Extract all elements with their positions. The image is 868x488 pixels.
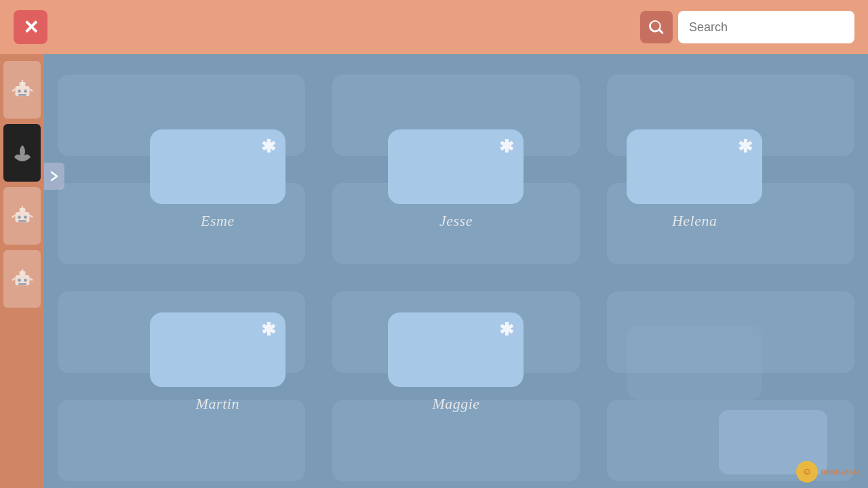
character-card-esme[interactable]: ✱ Esme	[150, 129, 285, 230]
sidebar-arrow[interactable]	[44, 163, 64, 190]
watermark-text: BDMGAME	[821, 468, 861, 476]
svg-rect-22	[18, 283, 26, 285]
svg-line-16	[12, 215, 16, 217]
card-box-empty	[627, 325, 762, 400]
main-content: ✱ Esme ✱ Jesse ✱ Helena ✱ Martin ✱	[44, 54, 868, 488]
figure-icon	[10, 141, 35, 165]
card-box-esme: ✱	[150, 129, 285, 204]
svg-point-15	[21, 206, 23, 208]
card-box-martin: ✱	[150, 312, 285, 387]
card-badge-martin: ✱	[261, 319, 276, 340]
robot-icon-1	[10, 78, 35, 102]
svg-point-2	[18, 89, 21, 93]
svg-point-24	[21, 269, 23, 271]
svg-line-8	[29, 89, 33, 91]
svg-point-11	[18, 216, 21, 219]
svg-line-7	[12, 89, 16, 91]
character-card-maggie[interactable]: ✱ Maggie	[388, 312, 524, 413]
sidebar-item-2[interactable]	[3, 124, 41, 182]
robot-icon-3	[10, 204, 35, 228]
svg-point-21	[24, 279, 27, 282]
sidebar-item-3[interactable]	[3, 187, 41, 245]
character-card-helena[interactable]: ✱ Helena	[627, 129, 762, 230]
character-name-helena: Helena	[672, 212, 717, 230]
sidebar-item-1[interactable]	[3, 61, 41, 119]
character-card-empty	[627, 325, 762, 400]
card-badge-esme: ✱	[261, 136, 276, 157]
svg-point-3	[24, 89, 27, 93]
character-name-jesse: Jesse	[439, 212, 473, 230]
header-bar: ✕	[0, 0, 868, 54]
close-button[interactable]: ✕	[14, 10, 47, 44]
character-card-jesse[interactable]: ✱ Jesse	[388, 129, 524, 230]
svg-line-25	[12, 278, 16, 280]
card-box-helena: ✱	[627, 129, 762, 204]
card-box-jesse: ✱	[388, 129, 524, 204]
character-name-maggie: Maggie	[432, 395, 479, 413]
card-badge-helena: ✱	[738, 136, 753, 157]
sidebar-item-4[interactable]	[3, 250, 41, 308]
search-container	[640, 11, 854, 43]
watermark-icon: ☺	[796, 461, 818, 483]
character-card-martin[interactable]: ✱ Martin	[150, 312, 285, 413]
svg-line-17	[29, 215, 33, 217]
card-box-maggie: ✱	[388, 312, 524, 387]
svg-rect-4	[18, 94, 26, 96]
svg-line-26	[29, 278, 33, 280]
svg-rect-13	[18, 220, 26, 222]
search-icon	[647, 18, 666, 37]
card-badge-jesse: ✱	[499, 136, 514, 157]
svg-point-12	[24, 216, 27, 219]
svg-point-6	[21, 80, 23, 82]
chevron-right-icon	[49, 169, 60, 183]
sidebar	[0, 54, 44, 488]
robot-icon-4	[10, 267, 35, 291]
search-icon-wrap	[640, 11, 673, 43]
character-name-esme: Esme	[201, 212, 235, 230]
character-name-martin: Martin	[196, 395, 239, 413]
watermark: ☺ BDMGAME	[796, 461, 861, 483]
svg-point-20	[18, 279, 21, 282]
card-badge-maggie: ✱	[499, 319, 514, 340]
search-input[interactable]	[678, 11, 854, 43]
